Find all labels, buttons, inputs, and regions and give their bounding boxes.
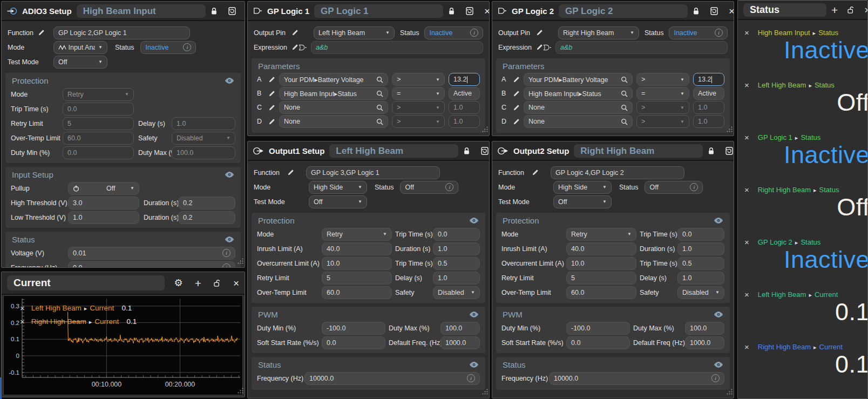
- eye-icon[interactable]: [225, 172, 234, 178]
- status-value-field[interactable]: Inactivei: [424, 26, 483, 39]
- delay-field[interactable]: 1.0: [172, 117, 235, 130]
- duty-max-field[interactable]: 100.0: [685, 322, 724, 335]
- duration-field[interactable]: 1.0: [677, 242, 724, 255]
- function-field[interactable]: GP Logic 4,GP Logic 2: [551, 166, 684, 179]
- panel-title-field[interactable]: Status: [743, 3, 826, 17]
- trip-time-field[interactable]: 0.0: [433, 228, 480, 241]
- overcurrent-limit-field[interactable]: 10.0: [566, 257, 636, 270]
- gear-icon[interactable]: ⚙: [174, 278, 182, 288]
- trip-time-field[interactable]: 0.5: [677, 257, 724, 270]
- param-signal-field[interactable]: High Beam Input▸Status: [279, 87, 388, 100]
- retry-limit-field[interactable]: 5: [566, 272, 636, 285]
- remove-item-icon[interactable]: ×: [744, 133, 749, 141]
- edit-icon[interactable]: [513, 90, 520, 97]
- test-mode-dropdown[interactable]: Off▼: [53, 56, 107, 69]
- param-signal-field[interactable]: None: [524, 115, 633, 128]
- pullup-dropdown[interactable]: Off▼: [68, 182, 139, 195]
- param-operator-dropdown[interactable]: =▼: [392, 87, 445, 100]
- overtemp-limit-field[interactable]: 60.0: [63, 132, 134, 145]
- lock-open-icon[interactable]: [213, 279, 221, 287]
- revert-icon[interactable]: [710, 7, 718, 15]
- param-value-field[interactable]: 1.0: [449, 115, 480, 128]
- param-signal-field[interactable]: High Beam Input▸Status: [524, 87, 633, 100]
- retry-limit-field[interactable]: 5: [63, 117, 134, 130]
- expression-field[interactable]: a&b: [311, 41, 483, 54]
- panel-titlebar[interactable]: Output1 Setup Left High Beam ×: [248, 141, 489, 161]
- param-signal-field[interactable]: Your PDM▸Battery Voltage: [524, 73, 633, 86]
- delay-field[interactable]: 1.0: [433, 272, 480, 285]
- channel-name-field[interactable]: Left High Beam: [329, 144, 458, 158]
- high-threshold-field[interactable]: 3.0: [68, 197, 139, 209]
- param-operator-dropdown[interactable]: >▼: [392, 115, 445, 128]
- param-operator-dropdown[interactable]: >▼: [636, 73, 689, 86]
- panel-titlebar[interactable]: ADIO3 Setup High Beam Input ×: [2, 2, 245, 21]
- resize-grip[interactable]: [727, 125, 733, 134]
- logic-gate-icon[interactable]: [543, 44, 552, 51]
- default-freq-field[interactable]: 1000.0: [440, 336, 480, 349]
- output-pin-dropdown[interactable]: Right High Beam▼: [558, 26, 639, 39]
- param-signal-field[interactable]: Your PDM▸Battery Voltage: [279, 73, 388, 86]
- eye-icon[interactable]: [469, 218, 479, 224]
- revert-icon[interactable]: [228, 7, 236, 15]
- resize-grip[interactable]: [727, 387, 733, 397]
- edit-icon[interactable]: [268, 104, 275, 111]
- resize-grip[interactable]: [238, 386, 243, 396]
- duty-min-field[interactable]: 0.0: [63, 146, 134, 159]
- param-signal-field[interactable]: None: [524, 101, 633, 114]
- remove-item-icon[interactable]: ×: [744, 81, 749, 89]
- param-operator-dropdown[interactable]: >▼: [392, 101, 445, 114]
- protection-mode-dropdown[interactable]: Retry▼: [63, 88, 134, 101]
- revert-icon[interactable]: [481, 147, 489, 155]
- soft-start-rate-field[interactable]: 0.0: [322, 336, 385, 349]
- eye-icon[interactable]: [225, 236, 234, 242]
- frequency-field[interactable]: 10000.0i: [304, 372, 480, 385]
- lock-icon[interactable]: [211, 7, 218, 15]
- mode-dropdown[interactable]: Input Ana▼: [53, 41, 107, 54]
- param-operator-dropdown[interactable]: >▼: [636, 101, 689, 114]
- edit-icon[interactable]: [536, 44, 543, 51]
- edit-icon[interactable]: [268, 118, 275, 125]
- add-trace-icon[interactable]: +: [195, 278, 201, 289]
- duration-field[interactable]: 0.2: [178, 211, 235, 224]
- channel-name-field[interactable]: GP Logic 2: [559, 4, 688, 18]
- eye-icon[interactable]: [469, 362, 479, 368]
- safety-dropdown[interactable]: Disabled▼: [677, 286, 724, 299]
- overtemp-limit-field[interactable]: 60.0: [322, 286, 392, 299]
- edit-icon[interactable]: [513, 104, 520, 111]
- duty-min-field[interactable]: -100.0: [322, 322, 385, 335]
- panel-titlebar[interactable]: GP Logic 1 GP Logic 1 ×: [248, 2, 489, 21]
- function-field[interactable]: GP Logic 2,GP Logic 1: [53, 26, 190, 39]
- resize-grip[interactable]: [482, 125, 488, 134]
- duty-max-field[interactable]: 100.0: [440, 322, 480, 335]
- trip-time-field[interactable]: 0.5: [433, 257, 480, 270]
- param-value-field[interactable]: Active: [693, 87, 724, 100]
- eye-icon[interactable]: [714, 218, 723, 224]
- channel-name-field[interactable]: GP Logic 1: [314, 4, 443, 18]
- edit-icon[interactable]: [513, 118, 520, 125]
- frequency-field[interactable]: 0.0i: [68, 261, 235, 268]
- edit-icon[interactable]: [287, 169, 294, 176]
- param-value-field[interactable]: 13.2: [449, 73, 480, 86]
- eye-icon[interactable]: [714, 312, 723, 317]
- edit-icon[interactable]: [532, 169, 539, 176]
- retry-limit-field[interactable]: 5: [322, 272, 392, 285]
- frequency-field[interactable]: 10000.0i: [549, 372, 724, 385]
- mode-dropdown[interactable]: High Side▼: [553, 181, 612, 194]
- voltage-field[interactable]: 0.01i: [68, 247, 235, 260]
- close-icon[interactable]: ×: [864, 5, 868, 15]
- default-freq-field[interactable]: 1000.0: [685, 336, 724, 349]
- remove-item-icon[interactable]: ×: [744, 29, 749, 37]
- channel-name-field[interactable]: Right High Beam: [574, 144, 703, 158]
- close-icon[interactable]: ×: [729, 6, 734, 16]
- status-value-field[interactable]: Inactivei: [669, 26, 728, 39]
- param-value-field[interactable]: 1.0: [693, 115, 724, 128]
- revert-icon[interactable]: [725, 147, 733, 155]
- close-icon[interactable]: ×: [233, 278, 239, 288]
- param-value-field[interactable]: 1.0: [449, 101, 480, 114]
- eye-icon[interactable]: [469, 312, 479, 317]
- edit-icon[interactable]: [291, 44, 299, 51]
- duration-field[interactable]: 1.0: [433, 242, 480, 255]
- protection-mode-dropdown[interactable]: Retry▼: [566, 228, 636, 241]
- delay-field[interactable]: 1.0: [677, 272, 724, 285]
- panel-title-field[interactable]: Current: [7, 275, 165, 290]
